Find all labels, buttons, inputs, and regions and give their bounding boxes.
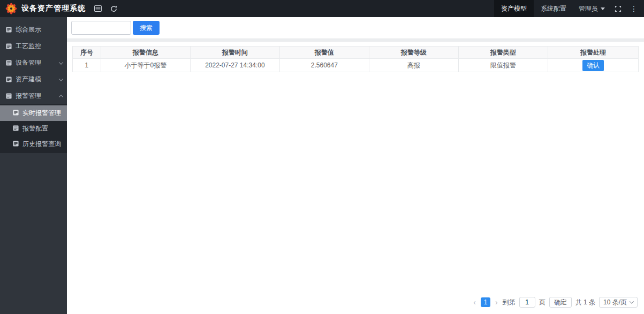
alarm-table: 序号 报警信息 报警时间 报警值 报警等级 报警类型 报警处理 1 小于等于0报… <box>72 46 639 72</box>
main-content: 搜索 序号 报警信息 报警时间 报警值 报警等级 报警类型 报警处 <box>67 17 644 314</box>
goto-page-label: 到第 <box>503 298 516 307</box>
goto-page-input[interactable] <box>519 297 535 308</box>
col-header-type: 报警类型 <box>458 47 548 59</box>
table-row: 1 小于等于0报警 2022-07-27 14:34:00 2.560647 高… <box>73 59 639 72</box>
user-name-label: 管理员 <box>579 4 598 13</box>
chevron-down-icon <box>59 60 63 64</box>
cell-alarm-info: 小于等于0报警 <box>101 59 190 72</box>
sidebar-subitem-label: 历史报警查询 <box>22 140 61 149</box>
chevron-down-icon <box>59 76 63 81</box>
app-title: 设备资产管理系统 <box>21 4 86 13</box>
chevron-down-icon <box>601 7 605 10</box>
sidebar-subitem-alarm-history[interactable]: 历史报警查询 <box>0 136 67 152</box>
cell-alarm-action: 确认 <box>548 59 638 72</box>
page-size-select[interactable]: 10 条/页 <box>599 297 638 308</box>
collapse-menu-icon[interactable] <box>94 5 102 12</box>
sidebar-subitem-alarm-config[interactable]: 报警配置 <box>0 121 67 136</box>
page-unit-label: 页 <box>539 298 545 307</box>
document-icon <box>13 125 19 133</box>
chevron-down-icon <box>630 299 634 303</box>
user-menu[interactable]: 管理员 <box>573 4 610 13</box>
sidebar-subitem-label: 报警配置 <box>22 124 48 133</box>
cell-alarm-value: 2.560647 <box>279 59 369 72</box>
col-header-value: 报警值 <box>279 47 369 59</box>
sidebar-item-alarm-mgmt[interactable]: 报警管理 <box>0 88 67 104</box>
brand-logo-icon <box>5 3 17 14</box>
cell-index: 1 <box>73 59 101 72</box>
nav-tab-system-config[interactable]: 系统配置 <box>534 0 573 17</box>
document-icon <box>13 141 19 148</box>
sidebar-item-asset-modeling[interactable]: 资产建模 <box>0 71 67 88</box>
table-header-row: 序号 报警信息 报警时间 报警值 报警等级 报警类型 报警处理 <box>73 47 639 59</box>
col-header-time: 报警时间 <box>190 47 279 59</box>
top-navbar: 设备资产管理系统 资产模型 系统配置 管理员 ⋮ <box>0 0 644 17</box>
sidebar-item-label: 报警管理 <box>16 91 41 101</box>
search-bar: 搜索 <box>67 17 644 39</box>
nav-tab-asset-model[interactable]: 资产模型 <box>494 0 534 17</box>
sidebar: 综合展示 工艺监控 设备管理 资产建模 报警管理 <box>0 17 67 314</box>
search-button[interactable]: 搜索 <box>133 21 160 35</box>
prev-page-icon[interactable]: ‹ <box>472 297 477 307</box>
sidebar-item-label: 资产建模 <box>16 75 41 84</box>
sidebar-subitem-realtime-alarm[interactable]: 实时报警管理 <box>0 105 67 121</box>
search-input[interactable] <box>71 21 131 35</box>
document-icon <box>6 60 12 66</box>
cell-alarm-time: 2022-07-27 14:34:00 <box>190 59 279 72</box>
page-size-label: 10 条/页 <box>603 298 627 307</box>
alarm-table-card: 序号 报警信息 报警时间 报警值 报警等级 报警类型 报警处理 1 小于等于0报… <box>67 42 644 314</box>
sidebar-item-label: 设备管理 <box>16 58 41 67</box>
sidebar-item-overview[interactable]: 综合展示 <box>0 21 67 38</box>
alarm-submenu: 实时报警管理 报警配置 历史报警查询 <box>0 104 67 153</box>
document-icon <box>6 76 12 82</box>
goto-confirm-button[interactable]: 确定 <box>549 297 572 308</box>
sidebar-item-label: 综合展示 <box>16 25 41 34</box>
col-header-level: 报警等级 <box>369 47 458 59</box>
page-number-button[interactable]: 1 <box>481 297 490 307</box>
sidebar-item-process-monitor[interactable]: 工艺监控 <box>0 38 67 55</box>
chevron-up-icon <box>59 95 63 99</box>
document-icon <box>6 27 12 33</box>
sidebar-subitem-label: 实时报警管理 <box>22 109 61 118</box>
fullscreen-icon[interactable] <box>610 5 626 12</box>
document-icon <box>6 93 12 99</box>
sidebar-item-label: 工艺监控 <box>16 42 41 51</box>
cell-alarm-level: 高报 <box>369 59 458 72</box>
confirm-alarm-button[interactable]: 确认 <box>582 60 604 71</box>
more-options-icon[interactable]: ⋮ <box>626 4 644 13</box>
total-count-label: 共 1 条 <box>575 298 595 307</box>
refresh-icon[interactable] <box>110 5 117 12</box>
document-icon <box>13 110 19 117</box>
col-header-info: 报警信息 <box>101 47 190 59</box>
col-header-index: 序号 <box>73 47 101 59</box>
navbar-right: 资产模型 系统配置 管理员 ⋮ <box>494 0 644 17</box>
col-header-action: 报警处理 <box>548 47 638 59</box>
pagination: ‹ 1 › 到第 页 确定 共 1 条 10 条/页 <box>72 294 639 310</box>
sidebar-item-device-mgmt[interactable]: 设备管理 <box>0 55 67 71</box>
document-icon <box>6 43 12 49</box>
cell-alarm-type: 限值报警 <box>458 59 548 72</box>
next-page-icon[interactable]: › <box>494 297 499 307</box>
